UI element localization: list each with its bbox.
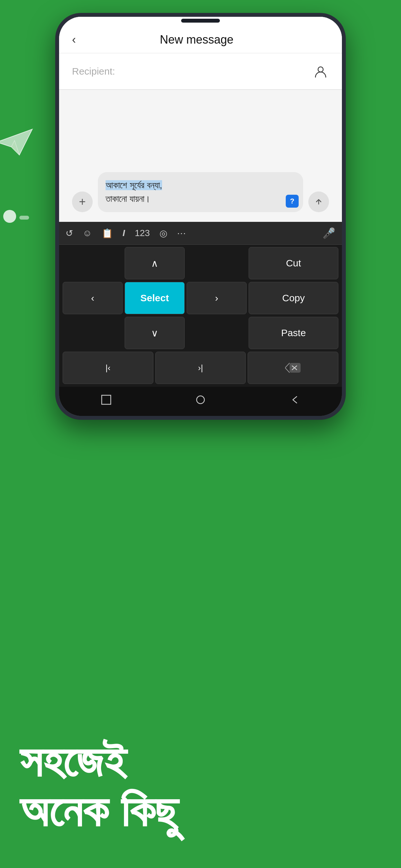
page-title: New message	[82, 33, 311, 46]
nav-bar	[59, 387, 342, 416]
tagline-line2: অনেক কিছু	[19, 786, 382, 836]
keyboard-toolbar: ↺ ☺ 📋 I 123 ◎ ⋯ 🎤	[59, 222, 342, 245]
clipboard-icon[interactable]: 📋	[102, 228, 113, 239]
dots-decoration	[19, 216, 29, 220]
paper-plane-decoration	[0, 126, 35, 158]
send-button[interactable]	[308, 191, 329, 212]
arrow-left-button[interactable]: ‹	[63, 282, 123, 314]
message-text: আকাশে সূর্যের বন্যা, তাকানো যায়না।	[105, 179, 296, 206]
recipient-input[interactable]: Recipient:	[72, 66, 312, 77]
question-badge: ?	[286, 195, 299, 208]
cut-button[interactable]: Cut	[249, 247, 338, 279]
nav-start-button[interactable]: |‹	[63, 352, 153, 384]
copy-button[interactable]: Copy	[249, 282, 338, 314]
svg-point-3	[197, 396, 204, 404]
bottom-tagline: সহজেই অনেক কিছু	[19, 736, 382, 836]
selected-text: আকাশে সূর্যের বন্যা,	[105, 180, 162, 190]
edit-icon[interactable]: I	[123, 228, 125, 238]
select-button[interactable]: Select	[125, 282, 185, 314]
theme-icon[interactable]: ◎	[159, 228, 167, 239]
nav-end-button[interactable]: ›|	[155, 352, 246, 384]
home-nav-button[interactable]	[191, 393, 210, 406]
paste-button[interactable]: Paste	[249, 317, 338, 349]
contact-icon[interactable]	[312, 63, 329, 80]
keyboard-row-3: ∨ Paste	[62, 316, 339, 350]
tagline-line1: সহজেই	[19, 736, 382, 786]
message-bubble: আকাশে সূর্যের বন্যা, তাকানো যায়না। ?	[98, 172, 303, 212]
keyboard-row-4: |‹ ›|	[62, 351, 339, 385]
keyboard-area: ↺ ☺ 📋 I 123 ◎ ⋯ 🎤 ∧ Cut	[59, 222, 342, 416]
phone-mockup: ‹ New message Recipient: +	[55, 13, 346, 420]
mic-icon[interactable]: 🎤	[322, 227, 335, 239]
attach-button[interactable]: +	[72, 191, 93, 212]
numbers-icon[interactable]: 123	[135, 228, 150, 238]
phone-frame: ‹ New message Recipient: +	[55, 13, 346, 420]
back-button[interactable]: ‹	[72, 33, 76, 46]
recipient-row: Recipient:	[59, 53, 342, 90]
back-nav-button[interactable]	[285, 393, 305, 406]
undo-icon[interactable]: ↺	[66, 228, 73, 239]
arrow-down-button[interactable]: ∨	[125, 317, 185, 349]
phone-screen: ‹ New message Recipient: +	[59, 17, 342, 416]
backspace-button[interactable]	[248, 352, 338, 384]
more-icon[interactable]: ⋯	[177, 228, 186, 239]
keyboard-row-1: ∧ Cut	[62, 246, 339, 280]
message-body: + আকাশে সূর্যের বন্যা, তাকানো যায়না। ?	[59, 90, 342, 222]
keyboard-row-2: ‹ Select › Copy	[62, 281, 339, 315]
arrow-up-button[interactable]: ∧	[125, 247, 185, 279]
square-nav-button[interactable]	[96, 393, 116, 406]
svg-rect-2	[102, 395, 111, 404]
emoji-icon[interactable]: ☺	[83, 228, 92, 238]
arrow-right-button[interactable]: ›	[187, 282, 247, 314]
keyboard-keys: ∧ Cut ‹ Select › Copy ∨	[59, 245, 342, 387]
message-text-part2: তাকানো যায়না।	[105, 194, 150, 204]
phone-notch	[181, 19, 220, 23]
circle-decoration	[3, 210, 16, 223]
message-row: + আকাশে সূর্যের বন্যা, তাকানো যায়না। ?	[72, 172, 329, 212]
svg-point-0	[318, 67, 323, 72]
svg-rect-1	[289, 363, 301, 373]
